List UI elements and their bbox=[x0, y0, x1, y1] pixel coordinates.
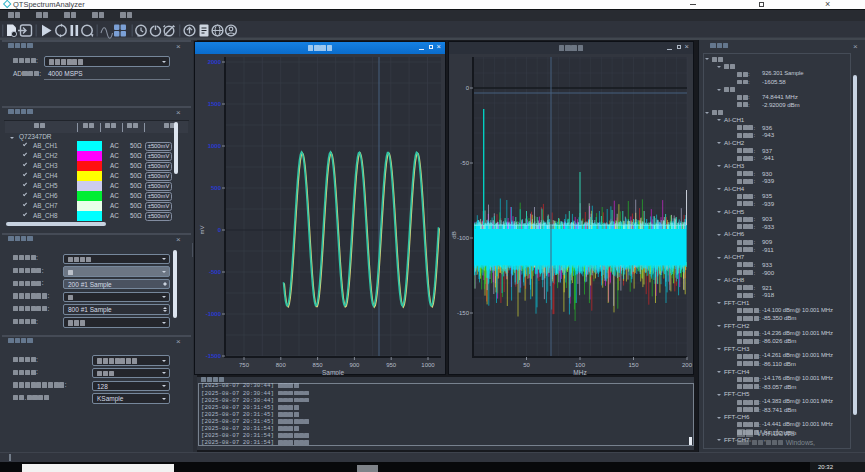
svg-text:Sample: Sample bbox=[322, 369, 344, 375]
svg-text:-100: -100 bbox=[457, 235, 470, 241]
svg-text:950: 950 bbox=[386, 362, 397, 368]
svg-text:-150: -150 bbox=[457, 310, 470, 316]
svg-text:800: 800 bbox=[276, 362, 287, 368]
svg-text:150: 150 bbox=[628, 362, 639, 368]
svg-text:-1000: -1000 bbox=[206, 311, 222, 317]
svg-text:0: 0 bbox=[218, 227, 222, 233]
svg-text:1500: 1500 bbox=[208, 101, 222, 107]
svg-text:MHz: MHz bbox=[573, 369, 586, 375]
svg-text:-50: -50 bbox=[460, 160, 469, 166]
svg-text:dB: dB bbox=[451, 231, 457, 238]
svg-text:1000: 1000 bbox=[421, 362, 435, 368]
svg-text:200: 200 bbox=[682, 362, 693, 368]
svg-text:mV: mV bbox=[199, 226, 205, 235]
svg-text:50: 50 bbox=[523, 362, 530, 368]
svg-text:750: 750 bbox=[239, 362, 250, 368]
svg-text:850: 850 bbox=[313, 362, 324, 368]
svg-text:-500: -500 bbox=[209, 269, 222, 275]
svg-text:0: 0 bbox=[466, 85, 470, 91]
svg-text:100: 100 bbox=[575, 362, 586, 368]
svg-text:900: 900 bbox=[349, 362, 360, 368]
svg-text:1000: 1000 bbox=[208, 143, 222, 149]
svg-text:2000: 2000 bbox=[208, 59, 222, 65]
svg-text:500: 500 bbox=[211, 185, 222, 191]
svg-text:-1500: -1500 bbox=[206, 353, 222, 359]
